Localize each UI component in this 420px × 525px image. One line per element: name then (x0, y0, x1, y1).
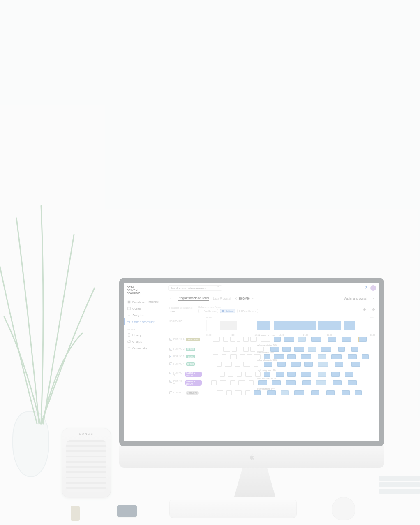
schedule-block[interactable] (294, 347, 305, 352)
oven-checkbox[interactable] (169, 391, 172, 394)
gantt-track[interactable]: orata al forno 57% (206, 354, 375, 359)
phase-cottura[interactable]: Cottura (220, 309, 235, 313)
user-avatar[interactable] (370, 285, 376, 291)
schedule-block[interactable] (304, 362, 313, 367)
oven-checkbox[interactable] (169, 380, 172, 383)
schedule-block[interactable] (318, 354, 326, 359)
schedule-block[interactable] (264, 362, 272, 367)
schedule-block[interactable] (254, 390, 260, 395)
schedule-block[interactable] (258, 380, 267, 385)
oven-checkbox[interactable] (169, 338, 172, 341)
schedule-block[interactable] (302, 380, 311, 385)
tab-programmazione[interactable]: Programmazione Forni (178, 296, 209, 301)
schedule-block[interactable] (254, 362, 258, 367)
schedule-block[interactable] (274, 337, 280, 342)
schedule-block[interactable] (249, 380, 254, 385)
schedule-block[interactable] (342, 390, 350, 395)
schedule-block[interactable] (358, 337, 367, 342)
schedule-block[interactable] (298, 337, 306, 342)
oven-tag[interactable]: + Gruppo (186, 391, 199, 395)
schedule-block[interactable] (237, 372, 242, 377)
oven-tag[interactable]: Carne a umido (185, 372, 203, 377)
schedule-block[interactable] (237, 337, 240, 342)
schedule-block[interactable] (282, 347, 291, 352)
search-box[interactable] (168, 285, 222, 291)
oven-tag[interactable]: Pesce (186, 355, 195, 358)
schedule-block[interactable] (331, 372, 340, 377)
schedule-block[interactable] (223, 347, 230, 352)
schedule-block[interactable] (230, 380, 235, 385)
help-icon[interactable]: ? (365, 286, 367, 290)
schedule-block[interactable] (318, 372, 326, 377)
overview-timeline[interactable] (206, 320, 375, 331)
schedule-block[interactable] (351, 362, 360, 367)
schedule-block[interactable] (245, 372, 252, 377)
schedule-block[interactable] (311, 390, 320, 395)
sidebar-item-analytics[interactable]: Analytics (127, 312, 162, 318)
oven-checkbox[interactable] (169, 355, 172, 358)
schedule-block[interactable] (291, 362, 301, 367)
oven-tag[interactable]: Colazione (186, 338, 200, 341)
sidebar-item-kitchen-scheduler[interactable]: Kitchen scheduler (124, 318, 162, 325)
schedule-block[interactable] (245, 390, 250, 395)
schedule-block[interactable] (211, 380, 216, 385)
schedule-block[interactable] (226, 390, 231, 395)
schedule-block[interactable] (333, 380, 342, 385)
schedule-block[interactable] (301, 354, 311, 359)
tab-lista-processi[interactable]: Lista Processi (213, 296, 231, 301)
schedule-block[interactable] (355, 390, 362, 395)
schedule-block[interactable] (261, 337, 271, 342)
schedule-block[interactable] (328, 337, 337, 342)
schedule-block[interactable] (220, 380, 226, 385)
gantt-track[interactable]: pollo allo spiedo 47% (206, 380, 375, 385)
sidebar-item-community[interactable]: Community (127, 345, 162, 351)
schedule-block[interactable] (250, 347, 255, 352)
schedule-block[interactable] (277, 362, 286, 367)
schedule-block[interactable] (243, 347, 248, 352)
schedule-block[interactable] (232, 347, 237, 352)
sidebar-item-ovens[interactable]: Ovens (127, 305, 162, 312)
date-next[interactable]: > (252, 297, 254, 300)
gantt-track[interactable]: salmone grigliato 80% (206, 347, 375, 352)
oven-checkbox[interactable] (169, 372, 172, 374)
schedule-block[interactable] (235, 362, 240, 367)
schedule-block[interactable] (326, 390, 335, 395)
schedule-block[interactable] (294, 390, 305, 395)
schedule-block[interactable] (264, 372, 270, 377)
schedule-block[interactable] (247, 354, 252, 359)
schedule-block[interactable] (311, 337, 321, 342)
schedule-block[interactable] (348, 354, 357, 359)
schedule-block[interactable] (308, 347, 316, 352)
schedule-block[interactable] (331, 354, 342, 359)
gantt-track[interactable]: polpo all'insalata 98% (206, 362, 375, 367)
schedule-block[interactable] (342, 337, 352, 342)
schedule-block[interactable] (243, 337, 248, 342)
schedule-block[interactable] (284, 337, 294, 342)
oven-checkbox[interactable] (169, 362, 172, 365)
schedule-block[interactable] (220, 372, 225, 377)
schedule-block[interactable] (267, 390, 276, 395)
back-button[interactable]: ← (169, 296, 173, 301)
zoom-out[interactable]: ⊖ (372, 307, 375, 311)
schedule-block[interactable] (286, 380, 296, 385)
schedule-block[interactable] (301, 372, 311, 377)
schedule-block[interactable] (287, 372, 296, 377)
schedule-block[interactable] (272, 380, 281, 385)
schedule-block[interactable] (335, 362, 343, 367)
schedule-block[interactable] (316, 380, 326, 385)
schedule-block[interactable] (362, 354, 368, 359)
schedule-block[interactable] (238, 380, 245, 385)
sidebar-item-groups[interactable]: Groups (127, 338, 162, 345)
date-prev[interactable]: < (235, 297, 237, 300)
schedule-block[interactable] (287, 354, 296, 359)
phase-post-cottura[interactable]: Post Cottura (237, 309, 258, 313)
zoom-in[interactable]: ⊕ (363, 307, 366, 311)
schedule-block[interactable] (255, 372, 260, 377)
sidebar-item-dashboard[interactable]: Dashboard PREVIEW (127, 299, 162, 305)
oven-checkbox[interactable] (169, 348, 172, 351)
oven-tag[interactable]: Pesce (186, 362, 195, 366)
schedule-block[interactable] (217, 362, 222, 367)
schedule-block[interactable] (223, 337, 228, 342)
schedule-block[interactable] (235, 390, 242, 395)
gantt-track[interactable]: cream caramel 94% (206, 390, 375, 395)
